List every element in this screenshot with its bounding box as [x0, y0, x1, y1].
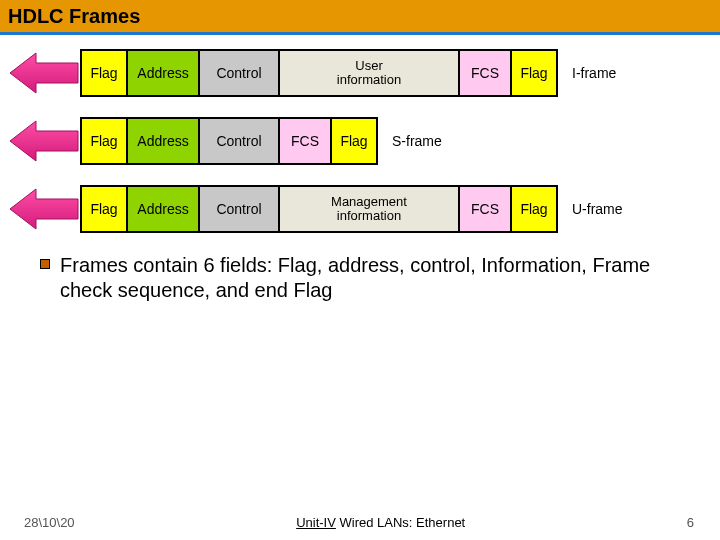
svg-marker-2	[10, 189, 78, 229]
field-flag: Flag	[510, 49, 556, 97]
slide-title: HDLC Frames	[8, 5, 140, 28]
field-flag: Flag	[80, 49, 126, 97]
field-addr: Address	[126, 117, 198, 165]
footer-date: 28\10\20	[24, 515, 75, 530]
footer-center: Unit-IV Wired LANs: Ethernet	[75, 515, 687, 530]
field-fcs: FCS	[278, 117, 330, 165]
frame-label: U-frame	[572, 201, 623, 217]
field-flag: Flag	[80, 185, 126, 233]
footer-unit: Unit-IV	[296, 515, 336, 530]
bullet-text: Frames contain 6 fields: Flag, address, …	[60, 253, 680, 303]
svg-marker-0	[10, 53, 78, 93]
frame-diagram: FlagAddressControlUser informationFCSFla…	[0, 35, 720, 233]
title-bar: HDLC Frames	[0, 0, 720, 32]
field-flag: Flag	[80, 117, 126, 165]
arrow-icon	[0, 51, 80, 95]
field-ctrl: Control	[198, 49, 278, 97]
frame-row: FlagAddressControlFCSFlagS-frame	[0, 117, 720, 165]
frame-label: S-frame	[392, 133, 442, 149]
field-flag: Flag	[510, 185, 556, 233]
frame-blocks: FlagAddressControlManagement information…	[80, 185, 558, 233]
bullet-icon	[40, 259, 50, 269]
field-ctrl: Control	[198, 117, 278, 165]
field-addr: Address	[126, 49, 198, 97]
frame-row: FlagAddressControlManagement information…	[0, 185, 720, 233]
arrow-icon	[0, 119, 80, 163]
field-info: User information	[278, 49, 458, 97]
frame-row: FlagAddressControlUser informationFCSFla…	[0, 49, 720, 97]
field-fcs: FCS	[458, 185, 510, 233]
field-fcs: FCS	[458, 49, 510, 97]
arrow-icon	[0, 187, 80, 231]
field-ctrl: Control	[198, 185, 278, 233]
svg-marker-1	[10, 121, 78, 161]
field-addr: Address	[126, 185, 198, 233]
field-info: Management information	[278, 185, 458, 233]
footer: 28\10\20 Unit-IV Wired LANs: Ethernet 6	[0, 515, 720, 530]
frame-label: I-frame	[572, 65, 616, 81]
bullet-item: Frames contain 6 fields: Flag, address, …	[40, 253, 680, 303]
field-flag: Flag	[330, 117, 376, 165]
footer-topic: Wired LANs: Ethernet	[336, 515, 465, 530]
frame-blocks: FlagAddressControlUser informationFCSFla…	[80, 49, 558, 97]
footer-page: 6	[687, 515, 694, 530]
frame-blocks: FlagAddressControlFCSFlag	[80, 117, 378, 165]
